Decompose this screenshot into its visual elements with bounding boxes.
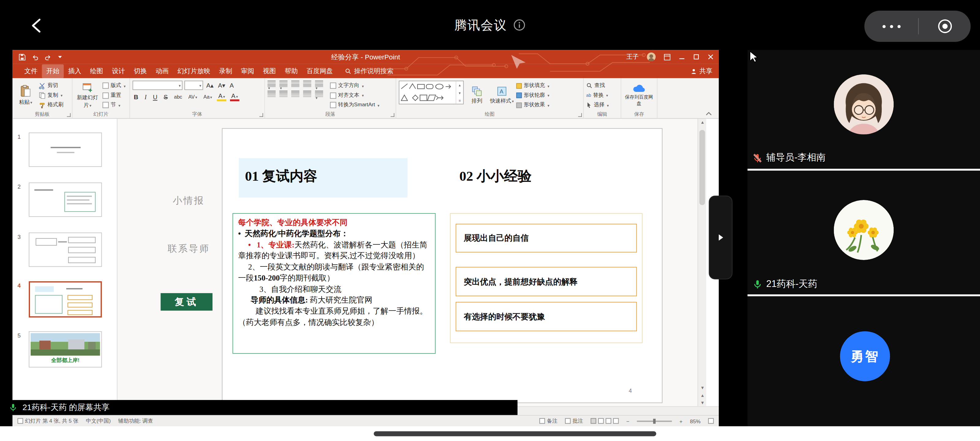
zoom-slider[interactable] <box>637 420 672 421</box>
underline-button[interactable]: U <box>151 93 159 100</box>
experience-box-2[interactable]: 突出优点，提前想好缺点的解释 <box>456 267 637 296</box>
clear-formatting-icon[interactable]: A <box>229 82 235 89</box>
slide-thumbnail-1[interactable] <box>29 133 102 167</box>
shape-outline-button[interactable]: 形状轮廓 <box>516 92 549 99</box>
panel-collapse-tab[interactable] <box>709 196 733 279</box>
align-center-icon[interactable] <box>279 91 288 97</box>
ribbon-display-options-icon[interactable] <box>663 53 670 60</box>
qat-customize-icon[interactable] <box>57 54 62 59</box>
retest-content-box[interactable]: 每个学院、专业的具体要求不同 • 天然药化/中药化学题型分布： • 1、专业课:… <box>232 213 436 354</box>
align-left-icon[interactable] <box>267 91 275 97</box>
clipboard-dialog-launcher[interactable] <box>67 113 70 117</box>
highlight-color-button[interactable]: A <box>217 92 226 101</box>
redo-icon[interactable] <box>45 53 52 60</box>
tab-slideshow[interactable]: 幻灯片放映 <box>173 64 215 78</box>
maximize-icon[interactable] <box>693 54 699 60</box>
save-icon[interactable] <box>19 53 25 60</box>
shapes-scroll[interactable]: ▴▾≡ <box>456 81 463 103</box>
slide-sorter-view-icon[interactable] <box>598 418 604 423</box>
shape-effects-button[interactable]: 形状效果 <box>516 101 549 109</box>
justify-icon[interactable] <box>303 91 312 97</box>
columns-icon[interactable] <box>315 91 323 97</box>
change-case-button[interactable]: Aa <box>202 94 213 100</box>
language-indicator[interactable]: 中文(中国) <box>86 417 111 425</box>
share-button[interactable]: 共享 <box>690 67 712 75</box>
normal-view-icon[interactable] <box>591 418 596 423</box>
shape-fill-button[interactable]: 形状填充 <box>516 82 549 89</box>
tab-transitions[interactable]: 切换 <box>129 64 151 78</box>
tab-record[interactable]: 录制 <box>215 64 236 78</box>
collapse-ribbon-icon[interactable] <box>705 111 712 116</box>
font-name-select[interactable] <box>133 81 183 90</box>
zoom-level[interactable]: 85% <box>690 418 701 424</box>
horizontal-scroll-handle[interactable] <box>374 431 656 436</box>
scroll-up-icon[interactable]: ▲ <box>698 120 706 124</box>
record-icon[interactable] <box>937 18 953 34</box>
more-button[interactable] <box>882 25 900 28</box>
select-button[interactable]: 选择 <box>586 101 609 109</box>
minimize-icon[interactable] <box>679 54 685 60</box>
layout-button[interactable]: 版式 <box>103 82 126 89</box>
slide-thumbnail-2[interactable] <box>29 183 102 217</box>
tell-me-search[interactable]: 操作说明搜索 <box>345 67 393 75</box>
shapes-gallery[interactable]: ▴▾≡ <box>399 81 464 104</box>
heading1-highlight[interactable]: 01 复试内容 <box>239 158 407 197</box>
find-button[interactable]: 查找 <box>586 82 609 89</box>
account-name[interactable]: 王子 <box>626 53 639 61</box>
reset-button[interactable]: 重置 <box>103 92 126 99</box>
experience-box-1[interactable]: 展现出自己的自信 <box>456 224 637 253</box>
font-dialog-launcher[interactable] <box>259 113 263 117</box>
italic-button[interactable]: I <box>143 93 148 100</box>
font-size-select[interactable] <box>185 81 203 90</box>
tab-design[interactable]: 设计 <box>108 64 129 78</box>
notes-button[interactable]: 备注 <box>539 417 557 425</box>
tab-insert[interactable]: 插入 <box>64 64 86 78</box>
info-icon[interactable] <box>513 19 526 31</box>
zoom-out-button[interactable]: − <box>626 418 629 424</box>
tab-home[interactable]: 开始 <box>42 64 64 78</box>
paste-button[interactable]: 粘贴 <box>15 81 36 110</box>
drawing-dialog-launcher[interactable] <box>578 113 582 117</box>
close-icon[interactable] <box>708 54 714 60</box>
section-button[interactable]: 节 <box>103 101 126 109</box>
comments-button[interactable]: 批注 <box>565 417 583 425</box>
reading-view-icon[interactable] <box>606 418 611 423</box>
accessibility-indicator[interactable]: 辅助功能: 调查 <box>118 417 153 425</box>
decrease-indent-icon[interactable] <box>291 81 299 87</box>
vertical-scrollbar[interactable]: ▲ ▼ ▲ ▼ <box>698 119 706 406</box>
fit-slide-icon[interactable] <box>708 418 714 423</box>
tab-help[interactable]: 帮助 <box>280 64 302 78</box>
slide-thumbnail-5[interactable]: 全部都上岸! <box>29 331 102 368</box>
bullets-icon[interactable] <box>267 81 275 87</box>
bold-button[interactable]: B <box>133 93 140 100</box>
text-shadow-button[interactable]: abc <box>173 94 183 100</box>
replace-button[interactable]: ab 替换 <box>586 92 609 99</box>
character-spacing-button[interactable]: AV <box>187 94 199 100</box>
align-text-button[interactable]: 对齐文本 <box>330 92 379 99</box>
heading2[interactable]: 02 小小经验 <box>460 167 531 186</box>
participant-tile-3[interactable]: 勇智 朱勇智 <box>748 296 980 426</box>
format-painter-button[interactable]: 格式刷 <box>39 101 64 109</box>
align-right-icon[interactable] <box>291 91 299 97</box>
tab-animations[interactable]: 动画 <box>151 64 173 78</box>
tab-draw[interactable]: 绘图 <box>86 64 108 78</box>
line-spacing-icon[interactable] <box>315 81 323 87</box>
tab-file[interactable]: 文件 <box>20 64 41 78</box>
cut-button[interactable]: 剪切 <box>39 82 64 89</box>
undo-icon[interactable] <box>31 53 38 60</box>
experience-box-3[interactable]: 有选择的时候不要犹豫 <box>456 302 637 331</box>
offslide-label-contact[interactable]: 联系导师 <box>161 243 217 255</box>
new-slide-button[interactable]: 新建幻灯片 <box>75 81 100 110</box>
tab-review[interactable]: 审阅 <box>236 64 258 78</box>
convert-smartart-button[interactable]: 转换为SmartArt <box>330 101 379 109</box>
tab-view[interactable]: 视图 <box>258 64 280 78</box>
arrange-button[interactable]: 排列 <box>466 81 487 110</box>
save-to-baidu-button[interactable]: 保存到百度网盘 <box>624 81 654 110</box>
text-direction-button[interactable]: 文字方向 <box>330 82 379 89</box>
slide-thumbnail-4-selected[interactable] <box>29 281 102 317</box>
account-avatar[interactable] <box>647 53 656 61</box>
font-color-button[interactable]: A <box>230 92 239 101</box>
increase-font-icon[interactable]: A▴ <box>205 82 215 89</box>
participant-tile-1[interactable]: 辅导员-李相南 <box>748 50 980 169</box>
decrease-font-icon[interactable]: A▾ <box>217 82 227 89</box>
